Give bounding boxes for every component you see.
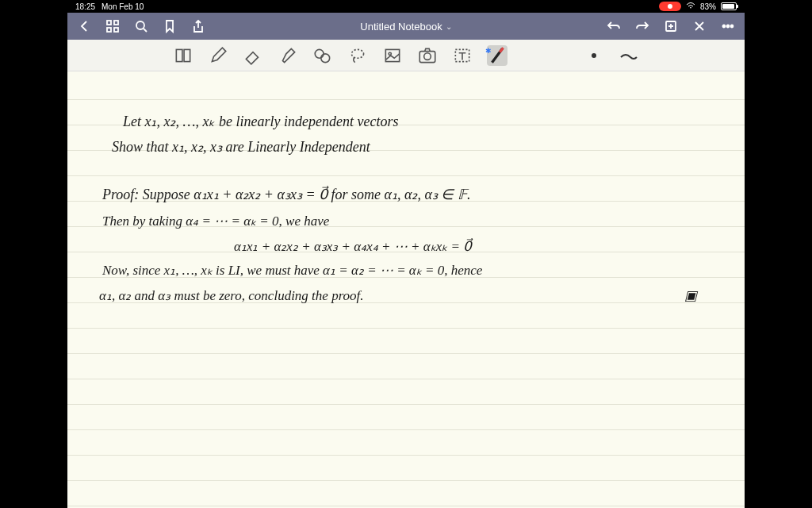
bookmark-button[interactable]: [163, 19, 177, 33]
status-date: Mon Feb 10: [102, 2, 144, 11]
status-time: 18:25: [75, 2, 95, 11]
svg-point-15: [389, 52, 391, 55]
undo-button[interactable]: [607, 19, 621, 33]
more-button[interactable]: [721, 19, 735, 33]
stylus-tool[interactable]: ✱: [487, 45, 508, 66]
image-tool[interactable]: [382, 45, 403, 66]
share-button[interactable]: [191, 19, 205, 33]
svg-rect-9: [176, 49, 182, 61]
page-nav-tool[interactable]: [173, 45, 193, 66]
wifi-icon: [686, 2, 695, 11]
document-title-dropdown[interactable]: Untitled Notebook ⌄: [360, 21, 451, 33]
pen-tool[interactable]: [208, 45, 228, 66]
status-bar: 18:25 Mon Feb 10 83%: [67, 0, 745, 13]
svg-rect-10: [184, 49, 190, 61]
highlighter-tool[interactable]: [278, 45, 298, 66]
note-line: α₁x₁ + α₂x₂ + α₃x₃ + α₄x₄ + ⋯ + αₖxₖ = 0…: [234, 238, 472, 255]
note-line: Show that x₁, x₂, x₃ are Linearly Indepe…: [112, 138, 370, 156]
note-line: α₁, α₂ and α₃ must be zero, concluding t…: [99, 287, 364, 304]
svg-rect-2: [107, 28, 111, 32]
shapes-tool[interactable]: [312, 45, 333, 66]
note-line: Then by taking α₄ = ⋯ = αₖ = 0, we have: [102, 213, 329, 229]
note-canvas[interactable]: Let x₁, x₂, …, xₖ be linearly independen…: [67, 71, 745, 508]
battery-icon: [721, 2, 737, 10]
svg-point-13: [351, 49, 363, 58]
battery-percent: 83%: [700, 2, 716, 11]
close-button[interactable]: [692, 19, 707, 33]
app-header: Untitled Notebook ⌄: [67, 13, 745, 40]
svg-point-17: [424, 52, 431, 60]
note-line: Proof: Suppose α₁x₁ + α₂x₂ + α₃x₃ = 0⃗ f…: [102, 186, 470, 203]
add-page-button[interactable]: [664, 19, 678, 33]
text-tool[interactable]: [452, 45, 473, 66]
note-line: Let x₁, x₂, …, xₖ be linearly independen…: [123, 113, 398, 130]
device-frame: 18:25 Mon Feb 10 83%: [67, 0, 745, 508]
svg-point-6: [723, 25, 726, 28]
screen-record-indicator[interactable]: [659, 2, 681, 11]
bluetooth-icon: ✱: [485, 47, 492, 55]
qed-mark: ▣: [684, 287, 697, 304]
stroke-style-indicator[interactable]: [619, 45, 639, 66]
toolbar: ✱: [67, 40, 745, 71]
back-button[interactable]: [77, 19, 91, 33]
eraser-tool[interactable]: [243, 45, 263, 66]
note-line: Now, since x₁, …, xₖ is LI, we must have…: [102, 262, 482, 279]
svg-rect-1: [114, 21, 118, 25]
svg-point-8: [731, 25, 733, 28]
camera-tool[interactable]: [417, 45, 438, 66]
svg-point-11: [315, 49, 324, 58]
svg-rect-3: [114, 28, 118, 32]
document-title: Untitled Notebook: [360, 21, 442, 33]
svg-point-4: [136, 21, 144, 29]
grid-button[interactable]: [105, 19, 120, 33]
stroke-size-indicator[interactable]: [584, 45, 604, 66]
redo-button[interactable]: [635, 19, 649, 33]
search-button[interactable]: [134, 19, 148, 33]
svg-point-7: [727, 25, 730, 28]
lasso-tool[interactable]: [347, 45, 368, 66]
chevron-down-icon: ⌄: [446, 22, 452, 31]
svg-point-12: [321, 53, 330, 62]
svg-rect-0: [107, 21, 111, 25]
